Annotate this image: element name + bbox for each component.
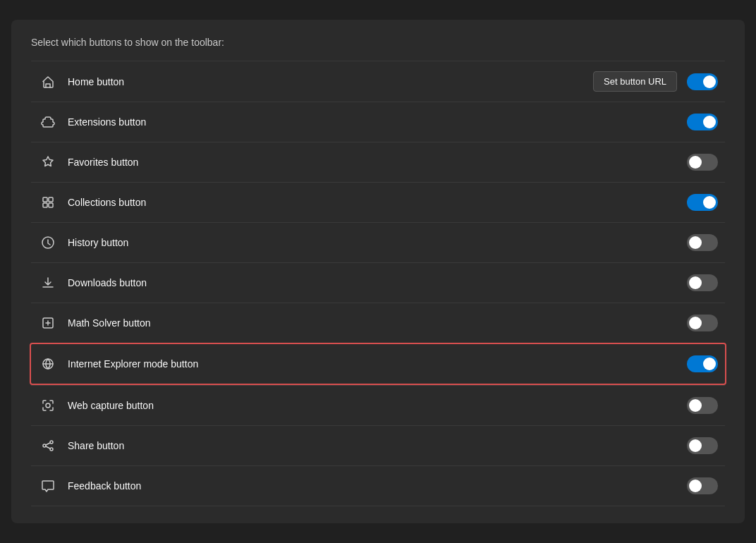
mathsolver-toggle-thumb xyxy=(689,317,702,329)
setting-row-home: Home buttonSet button URL xyxy=(31,61,725,102)
share-toggle[interactable] xyxy=(687,437,718,454)
ie-mode-toggle[interactable] xyxy=(687,355,718,372)
history-toggle-thumb xyxy=(689,236,702,249)
home-icon xyxy=(38,72,58,92)
extensions-label: Extensions button xyxy=(68,116,687,128)
webcapture-icon xyxy=(38,396,58,415)
ie-mode-toggle-thumb xyxy=(703,358,716,370)
setting-row-extensions: Extensions button xyxy=(31,102,725,142)
share-label: Share button xyxy=(68,440,687,451)
mathsolver-toggle-track xyxy=(687,315,718,331)
history-label: History button xyxy=(68,237,687,248)
history-toggle[interactable] xyxy=(687,234,718,251)
downloads-label: Downloads button xyxy=(68,277,687,288)
webcapture-toggle-track xyxy=(687,397,718,414)
feedback-icon xyxy=(38,476,58,496)
favorites-label: Favorites button xyxy=(68,157,687,168)
ie-mode-toggle-track xyxy=(687,355,718,372)
share-toggle-thumb xyxy=(689,439,702,452)
setting-row-share: Share button xyxy=(31,425,725,465)
setting-row-favorites: Favorites button xyxy=(31,142,725,182)
favorites-icon xyxy=(38,152,58,172)
ie-mode-icon xyxy=(38,354,58,374)
set-button-url-button[interactable]: Set button URL xyxy=(593,71,677,92)
mathsolver-label: Math Solver button xyxy=(68,317,687,329)
mathsolver-toggle[interactable] xyxy=(687,315,718,331)
setting-row-webcapture: Web capture button xyxy=(31,385,725,425)
history-icon xyxy=(38,233,58,252)
setting-row-mathsolver: Math Solver button xyxy=(31,303,725,343)
extensions-toggle[interactable] xyxy=(687,114,718,130)
mathsolver-icon xyxy=(38,313,58,333)
setting-row-history: History button xyxy=(31,222,725,262)
toolbar-buttons-panel: Select which buttons to show on the tool… xyxy=(11,20,745,523)
downloads-toggle-track xyxy=(687,274,718,291)
feedback-toggle-track xyxy=(687,477,718,494)
webcapture-label: Web capture button xyxy=(68,400,687,411)
home-toggle-track xyxy=(687,73,718,90)
collections-toggle[interactable] xyxy=(687,194,718,211)
setting-row-feedback: Feedback button xyxy=(31,465,725,506)
home-label: Home button xyxy=(68,76,593,87)
downloads-icon xyxy=(38,273,58,293)
share-toggle-track xyxy=(687,437,718,454)
svg-rect-2 xyxy=(43,203,47,207)
setting-row-ie-mode: Internet Explorer mode button xyxy=(30,343,726,385)
feedback-label: Feedback button xyxy=(68,480,687,492)
favorites-toggle-track xyxy=(687,154,718,171)
setting-row-collections: Collections button xyxy=(31,182,725,222)
downloads-toggle-thumb xyxy=(689,276,702,289)
home-toggle[interactable] xyxy=(687,73,718,90)
history-toggle-track xyxy=(687,234,718,251)
webcapture-toggle[interactable] xyxy=(687,397,718,414)
favorites-toggle-thumb xyxy=(689,156,702,169)
favorites-toggle[interactable] xyxy=(687,154,718,171)
svg-rect-1 xyxy=(49,197,53,202)
extensions-icon xyxy=(38,112,58,132)
collections-label: Collections button xyxy=(68,197,687,208)
ie-mode-label: Internet Explorer mode button xyxy=(68,358,687,370)
svg-point-6 xyxy=(46,403,50,408)
webcapture-toggle-thumb xyxy=(689,399,702,412)
svg-rect-0 xyxy=(43,197,47,202)
panel-title: Select which buttons to show on the tool… xyxy=(31,37,725,48)
setting-row-downloads: Downloads button xyxy=(31,262,725,303)
home-toggle-thumb xyxy=(703,75,716,88)
svg-rect-3 xyxy=(49,203,53,207)
extensions-toggle-track xyxy=(687,114,718,130)
settings-rows: Home buttonSet button URLExtensions butt… xyxy=(31,61,725,506)
share-icon xyxy=(38,436,58,456)
extensions-toggle-thumb xyxy=(703,116,716,128)
collections-toggle-track xyxy=(687,194,718,211)
collections-toggle-thumb xyxy=(703,196,716,209)
collections-icon xyxy=(38,193,58,212)
feedback-toggle[interactable] xyxy=(687,477,718,494)
feedback-toggle-thumb xyxy=(689,480,702,492)
downloads-toggle[interactable] xyxy=(687,274,718,291)
